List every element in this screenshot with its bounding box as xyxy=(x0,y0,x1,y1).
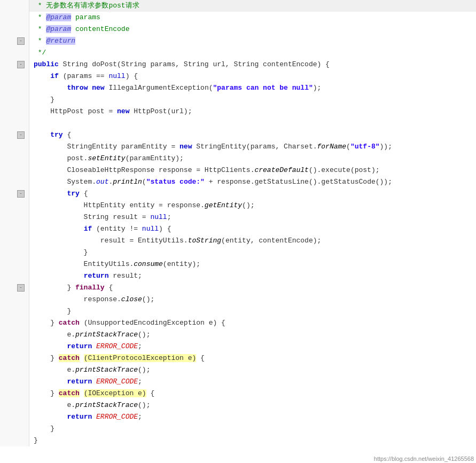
line-gutter xyxy=(0,106,29,117)
line-content: HttpEntity entity = response.getEntity()… xyxy=(29,200,476,211)
line-content: return ERROR_CODE; xyxy=(29,411,476,423)
line-content: e.printStackTrace(); xyxy=(29,364,476,376)
footer-url: https://blog.csdn.net/weixin_41265568 xyxy=(372,454,476,463)
line-content: e.printStackTrace(); xyxy=(29,399,476,411)
code-line: } catch (UnsupportedEncodingException e)… xyxy=(0,317,476,329)
line-content: } catch (IOException e) { xyxy=(29,388,476,399)
code-line: } catch (IOException e) { xyxy=(0,388,476,399)
code-line: */ xyxy=(0,47,476,59)
fold-icon[interactable]: - xyxy=(17,37,25,45)
line-content: } catch (ClientProtocolException e) { xyxy=(29,352,476,364)
line-gutter xyxy=(0,364,29,376)
code-line: if (params == null) { xyxy=(0,70,476,82)
line-gutter xyxy=(0,223,29,235)
code-line: System.out.println("status code:" + resp… xyxy=(0,176,476,188)
code-line: return ERROR_CODE; xyxy=(0,376,476,388)
line-gutter xyxy=(0,435,29,446)
code-line: post.setEntity(paramEntity); xyxy=(0,153,476,164)
code-line: } xyxy=(0,94,476,106)
line-content: * @return xyxy=(29,35,476,47)
code-line: return ERROR_CODE; xyxy=(0,341,476,352)
code-line: if (entity != null) { xyxy=(0,223,476,235)
line-gutter: - xyxy=(0,59,29,70)
line-content: EntityUtils.consume(entity); xyxy=(29,258,476,270)
line-gutter xyxy=(0,411,29,423)
code-line: } xyxy=(0,423,476,435)
code-line: - try { xyxy=(0,188,476,200)
line-gutter xyxy=(0,294,29,305)
line-content: } catch (UnsupportedEncodingException e)… xyxy=(29,317,476,329)
line-content: try { xyxy=(29,188,476,200)
line-gutter xyxy=(0,247,29,258)
line-gutter xyxy=(0,164,29,176)
line-gutter xyxy=(0,94,29,106)
line-gutter xyxy=(0,12,29,23)
line-gutter: - xyxy=(0,282,29,294)
line-content: */ xyxy=(29,47,476,59)
line-gutter xyxy=(0,352,29,364)
code-container: * 无参数名有请求参数post请求 * @param params * @par… xyxy=(0,0,476,463)
line-content: } xyxy=(29,305,476,317)
line-content: response.close(); xyxy=(29,294,476,305)
line-gutter: - xyxy=(0,188,29,200)
code-line: return result; xyxy=(0,270,476,282)
line-gutter xyxy=(0,423,29,435)
code-line: * @param params xyxy=(0,12,476,23)
line-content: HttpPost post = new HttpPost(url); xyxy=(29,106,476,117)
line-gutter xyxy=(0,70,29,82)
line-gutter xyxy=(0,23,29,35)
line-content: } xyxy=(29,94,476,106)
line-gutter xyxy=(0,399,29,411)
code-line: } xyxy=(0,247,476,258)
line-gutter xyxy=(0,305,29,317)
line-content: public String doPost(String params, Stri… xyxy=(29,59,476,70)
line-content: String result = null; xyxy=(29,211,476,223)
line-gutter xyxy=(0,47,29,59)
fold-icon[interactable]: - xyxy=(17,131,25,139)
code-line: -public String doPost(String params, Str… xyxy=(0,59,476,70)
code-line: - try { xyxy=(0,129,476,141)
code-line: String result = null; xyxy=(0,211,476,223)
line-content: } finally { xyxy=(29,282,476,294)
code-line: response.close(); xyxy=(0,294,476,305)
line-gutter xyxy=(0,153,29,164)
line-gutter xyxy=(0,211,29,223)
line-content: CloseableHttpResponse response = HttpCli… xyxy=(29,164,476,176)
code-line: } catch (ClientProtocolException e) { xyxy=(0,352,476,364)
line-content: if (params == null) { xyxy=(29,70,476,82)
line-content: result = EntityUtils.toString(entity, co… xyxy=(29,235,476,247)
line-content: } xyxy=(29,247,476,258)
line-content: * @param params xyxy=(29,12,476,23)
fold-icon[interactable]: - xyxy=(17,61,25,68)
code-line: EntityUtils.consume(entity); xyxy=(0,258,476,270)
code-line: } xyxy=(0,305,476,317)
line-gutter xyxy=(0,270,29,282)
code-line: CloseableHttpResponse response = HttpCli… xyxy=(0,164,476,176)
code-line: StringEntity paramEntity = new StringEnt… xyxy=(0,141,476,153)
line-gutter xyxy=(0,0,29,12)
line-content: try { xyxy=(29,129,476,141)
line-gutter xyxy=(0,200,29,211)
line-gutter xyxy=(0,82,29,94)
code-line: return ERROR_CODE; xyxy=(0,411,476,423)
line-content: return ERROR_CODE; xyxy=(29,341,476,352)
fold-icon[interactable]: - xyxy=(17,190,25,198)
line-content: * @param contentEncode xyxy=(29,23,476,35)
code-line: throw new IllegalArgumentException("para… xyxy=(0,82,476,94)
line-gutter xyxy=(0,388,29,399)
line-content: * 无参数名有请求参数post请求 xyxy=(29,0,476,12)
line-content: throw new IllegalArgumentException("para… xyxy=(29,82,476,94)
line-content: return ERROR_CODE; xyxy=(29,376,476,388)
code-line: - } finally { xyxy=(0,282,476,294)
code-area: * 无参数名有请求参数post请求 * @param params * @par… xyxy=(0,0,476,446)
line-content: e.printStackTrace(); xyxy=(29,329,476,341)
line-gutter: - xyxy=(0,35,29,47)
line-content: post.setEntity(paramEntity); xyxy=(29,153,476,164)
fold-icon[interactable]: - xyxy=(17,284,25,292)
code-line: - * @return xyxy=(0,35,476,47)
line-gutter xyxy=(0,329,29,341)
line-gutter xyxy=(0,176,29,188)
code-line: HttpEntity entity = response.getEntity()… xyxy=(0,200,476,211)
line-gutter xyxy=(0,141,29,153)
line-content: return result; xyxy=(29,270,476,282)
